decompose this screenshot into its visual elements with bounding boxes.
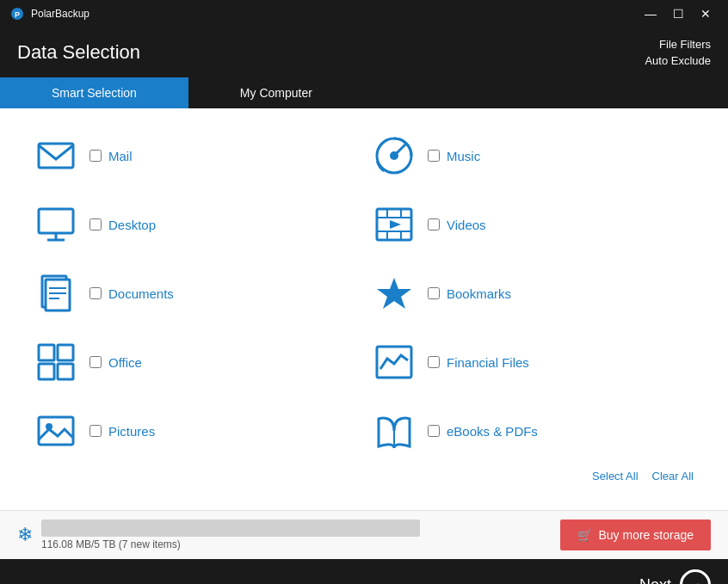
bookmarks-label[interactable]: Bookmarks [428,286,511,301]
ebooks-text: eBooks & PDFs [447,424,538,439]
file-filters-link[interactable]: File Filters [659,38,711,51]
snowflake-icon: ❄ [17,524,33,546]
music-label[interactable]: Music [428,149,480,163]
desktop-icon [34,203,77,246]
list-item: Bookmarks [373,272,694,315]
next-label: Next [639,576,671,585]
buy-storage-button[interactable]: 🛒 Buy more storage [560,519,712,550]
documents-checkbox[interactable] [89,287,102,299]
office-checkbox[interactable] [89,356,102,368]
financial-files-checkbox[interactable] [428,356,440,368]
financial-files-icon [373,341,416,384]
page-title: Data Selection [17,41,140,74]
content-area: Mail Music [0,108,728,510]
bookmarks-checkbox[interactable] [428,287,440,299]
pictures-icon [34,409,77,452]
ebooks-svg [375,412,413,450]
app-name: PolarBackup [31,8,89,20]
music-text: Music [447,149,480,163]
list-item: Mail [34,134,355,177]
buy-storage-label: Buy more storage [599,528,694,542]
progress-bar-fill [41,519,420,537]
documents-icon [34,272,77,315]
progress-bar-container [41,519,420,537]
svg-rect-22 [39,345,54,360]
next-arrow-circle: → [680,569,711,584]
ebooks-icon [373,409,416,452]
ebooks-label[interactable]: eBooks & PDFs [428,424,538,439]
music-checkbox[interactable] [428,150,440,162]
svg-rect-2 [39,144,73,168]
app-icon: P [10,7,24,21]
svg-rect-25 [58,364,73,379]
pictures-checkbox[interactable] [89,425,102,437]
items-grid: Mail Music [34,134,694,452]
list-item: Pictures [34,409,355,452]
videos-label[interactable]: Videos [428,218,486,232]
svg-marker-15 [390,220,401,229]
videos-checkbox[interactable] [428,218,440,231]
mail-checkbox[interactable] [89,150,102,162]
window-controls: — ☐ ✕ [639,3,718,24]
pictures-text: Pictures [108,424,155,439]
desktop-checkbox[interactable] [89,218,102,231]
music-icon [373,134,416,177]
close-button[interactable]: ✕ [694,3,718,24]
auto-exclude-link[interactable]: Auto Exclude [645,54,711,67]
storage-section: ❄ 116.08 MB/5 TB (7 new items) 🛒 Buy mor… [17,519,711,550]
tab-my-computer[interactable]: My Computer [188,77,364,108]
documents-label[interactable]: Documents [89,286,174,301]
pictures-label[interactable]: Pictures [89,424,155,439]
svg-rect-24 [39,364,54,379]
list-item: Financial Files [373,341,694,384]
documents-svg [37,274,75,312]
tab-smart-selection[interactable]: Smart Selection [0,77,188,108]
list-item: Videos [373,203,694,246]
svg-marker-21 [377,278,411,309]
financial-files-text: Financial Files [447,355,529,370]
office-label[interactable]: Office [89,355,142,370]
next-button[interactable]: Next → [639,569,711,584]
header: Data Selection File Filters Auto Exclude [0,28,728,77]
office-svg [37,343,75,381]
svg-rect-23 [58,345,73,360]
svg-rect-5 [39,209,73,233]
maximize-button[interactable]: ☐ [666,3,690,24]
storage-info: 116.08 MB/5 TB (7 new items) [41,538,552,550]
financial-files-label[interactable]: Financial Files [428,355,529,370]
mail-label[interactable]: Mail [89,149,133,163]
desktop-text: Desktop [108,218,156,232]
next-arrow-icon: → [688,576,703,585]
videos-icon [373,203,416,246]
list-item: Office [34,341,355,384]
minimize-button[interactable]: — [639,3,663,24]
svg-text:P: P [15,10,20,19]
financial-svg [375,343,413,381]
cart-icon: 🛒 [577,528,592,542]
music-svg [375,137,413,175]
office-text: Office [108,355,142,370]
list-item: Documents [34,272,355,315]
select-all-button[interactable]: Select All [592,470,638,483]
documents-text: Documents [108,286,174,301]
list-item: eBooks & PDFs [373,409,694,452]
title-bar-left: P PolarBackup [10,7,89,21]
title-bar: P PolarBackup — ☐ ✕ [0,0,728,28]
mail-svg [37,137,75,175]
pictures-svg [37,412,75,450]
list-item: Desktop [34,203,355,246]
list-item: Music [373,134,694,177]
desktop-label[interactable]: Desktop [89,218,156,232]
svg-rect-17 [46,280,70,310]
bookmarks-text: Bookmarks [447,286,511,301]
bookmarks-svg [375,274,413,312]
office-icon [34,341,77,384]
desktop-svg [37,206,75,243]
videos-text: Videos [447,218,486,232]
clear-all-button[interactable]: Clear All [652,470,694,483]
mail-text: Mail [108,149,133,163]
mail-icon [34,134,77,177]
bookmarks-icon [373,272,416,315]
ebooks-checkbox[interactable] [428,425,440,437]
header-actions: File Filters Auto Exclude [645,38,711,77]
